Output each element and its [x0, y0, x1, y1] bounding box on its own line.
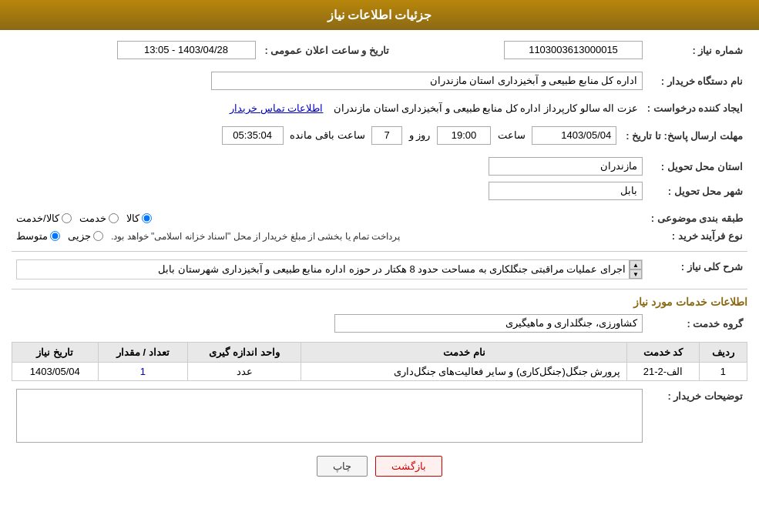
noee-radio-group: متوسط جزیی [16, 230, 103, 242]
mohlat-date-input: 1403/05/04 [532, 126, 616, 145]
daststgah-input: اداره کل منابع طبیعی و آبخیزداری استان م… [211, 72, 643, 90]
mohlat-row: 1403/05/04 ساعت 19:00 روز و 7 ساعت باقی … [12, 123, 621, 148]
sharh-label: شرح کلی نیاز : [647, 256, 747, 283]
tabaqe-radio-group: کالا/خدمت خدمت کالا [16, 212, 642, 224]
radio-jozi-input[interactable] [93, 231, 103, 241]
info-table-gorooh: گروه خدمت : کشاورزی، جنگلداری و ماهیگیری [12, 311, 747, 336]
shomara-label: شماره نیاز : [647, 38, 747, 62]
sharh-value: ▲ ▼ اجرای عملیات مراقبتی جنگلکاری به مسا… [12, 256, 647, 283]
radio-jozi[interactable]: جزیی [68, 230, 103, 242]
radio-motavasset-label: متوسط [16, 230, 48, 242]
sharh-box: ▲ ▼ اجرای عملیات مراقبتی جنگلکاری به مسا… [16, 259, 643, 279]
tarikh-elan-label: تاریخ و ساعت اعلان عمومی : [260, 38, 399, 62]
scroll-buttons: ▲ ▼ [629, 260, 642, 279]
info-table-top: شماره نیاز : 1103003613000015 تاریخ و سا… [12, 38, 747, 62]
sharh-text: اجرای عملیات مراقبتی جنگلکاری به مساحت ح… [17, 260, 629, 278]
table-row: 1 الف-2-21 پرورش جنگل(جنگل‌کاری) و سایر … [12, 363, 747, 381]
info-table-ijad: ایجاد کننده درخواست : عزت اله سالو کارپر… [12, 99, 747, 117]
tousif-value [12, 386, 647, 448]
mohlat-saat-input: 19:00 [437, 126, 491, 145]
page-header: جزئیات اطلاعات نیاز [0, 0, 759, 30]
gorooh-input: کشاورزی، جنگلداری و ماهیگیری [334, 314, 643, 333]
info-table-daststgah: نام دستگاه خریدار : اداره کل منابع طبیعی… [12, 69, 747, 93]
col-radif: ردیف [699, 343, 747, 363]
tabaqe-radios: کالا/خدمت خدمت کالا [12, 209, 646, 227]
cell-tedad: 1 [98, 363, 188, 381]
gorooh-label: گروه خدمت : [647, 311, 747, 336]
tousif-textarea[interactable] [16, 389, 643, 443]
ettelaat-link[interactable]: اطلاعات تماس خریدار [230, 102, 323, 114]
ijad-label: ایجاد کننده درخواست : [643, 99, 747, 117]
col-vahed: واحد اندازه گیری [188, 343, 301, 363]
button-row: بازگشت چاپ [12, 456, 747, 477]
radio-kala-input[interactable] [142, 213, 152, 223]
noee-label: نوع فرآیند خرید : [646, 227, 747, 245]
print-button[interactable]: چاپ [317, 456, 368, 477]
tabaqe-label: طبقه بندی موضوعی : [646, 209, 747, 227]
shomara-value: 1103003613000015 [399, 38, 648, 62]
main-content: شماره نیاز : 1103003613000015 تاریخ و سا… [0, 30, 759, 492]
daststgah-value: اداره کل منابع طبیعی و آبخیزداری استان م… [12, 69, 647, 93]
tarikh-elan-input: 1403/04/28 - 13:05 [117, 41, 256, 59]
radio-kala-khedmat-label: کالا/خدمت [16, 212, 59, 224]
info-table-ostan: استان محل تحویل : مازندران شهر محل تحویل… [12, 154, 747, 203]
ostan-value: مازندران [12, 154, 647, 179]
services-title: اطلاعات خدمات مورد نیاز [12, 296, 747, 308]
scroll-up-icon[interactable]: ▲ [630, 260, 642, 269]
cell-radif: 1 [699, 363, 747, 381]
radio-kala-label: کالا [126, 212, 139, 224]
radio-kala-khedmat-input[interactable] [62, 213, 72, 223]
radio-jozi-label: جزیی [68, 230, 91, 242]
info-table-tabaqe: طبقه بندی موضوعی : کالا/خدمت خدمت [12, 209, 747, 245]
tousif-label: توضیحات خریدار : [647, 386, 747, 448]
radio-motavasset[interactable]: متوسط [16, 230, 60, 242]
shahr-label: شهر محل تحویل : [647, 179, 747, 203]
radio-khedmat[interactable]: خدمت [79, 212, 119, 224]
col-tedad: تعداد / مقدار [98, 343, 188, 363]
shahr-value: بابل [12, 179, 647, 203]
ijad-text: عزت اله سالو کارپرداز اداره کل منابع طبی… [334, 102, 638, 114]
info-table-sharh: شرح کلی نیاز : ▲ ▼ اجرای عملیات مراقبتی … [12, 256, 747, 283]
shahr-input: بابل [489, 182, 643, 200]
scroll-down-icon[interactable]: ▼ [630, 269, 642, 279]
tarikh-elan-value: 1403/04/28 - 13:05 [12, 38, 260, 62]
radio-kala-khedmat[interactable]: کالا/خدمت [16, 212, 72, 224]
divider-1 [12, 251, 747, 252]
mohlat-saat-label: ساعت [498, 129, 526, 141]
page-wrapper: جزئیات اطلاعات نیاز شماره نیاز : 1103003… [0, 0, 759, 532]
col-kod: کد خدمت [627, 343, 699, 363]
mohlat-mande-label: ساعت باقی مانده [290, 129, 364, 141]
cell-vahed: عدد [188, 363, 301, 381]
mohlat-rooz-label: روز و [409, 129, 431, 141]
noee-note: پرداخت تمام یا بخشی از مبلغ خریدار از مح… [111, 231, 400, 242]
daststgah-label: نام دستگاه خریدار : [647, 69, 747, 93]
page-title: جزئیات اطلاعات نیاز [327, 8, 432, 22]
cell-tarikh: 1403/05/04 [12, 363, 99, 381]
mohlat-label: مهلت ارسال پاسخ: تا تاریخ : [621, 123, 747, 148]
radio-khedmat-input[interactable] [109, 213, 119, 223]
ostan-label: استان محل تحویل : [647, 154, 747, 179]
divider-2 [12, 289, 747, 289]
col-name: نام خدمت [301, 343, 627, 363]
back-button[interactable]: بازگشت [375, 456, 442, 477]
shomara-input: 1103003613000015 [504, 41, 643, 59]
mohlat-mande-input: 05:35:04 [222, 126, 284, 145]
ijad-value: عزت اله سالو کارپرداز اداره کل منابع طبی… [12, 99, 643, 117]
mohlat-rooz-input: 7 [371, 126, 402, 145]
radio-kala[interactable]: کالا [126, 212, 152, 224]
gorooh-value: کشاورزی، جنگلداری و ماهیگیری [12, 311, 647, 336]
col-tarikh: تاریخ نیاز [12, 343, 99, 363]
radio-motavasset-input[interactable] [50, 231, 60, 241]
info-table-tousif: توضیحات خریدار : [12, 386, 747, 448]
cell-name: پرورش جنگل(جنگل‌کاری) و سایر فعالیت‌های … [301, 363, 627, 381]
radio-khedmat-label: خدمت [79, 212, 106, 224]
cell-kod: الف-2-21 [627, 363, 699, 381]
ostan-input: مازندران [489, 157, 643, 176]
noee-cell: متوسط جزیی پرداخت تمام یا بخشی از مبلغ خ… [12, 227, 646, 245]
info-table-mohlat: مهلت ارسال پاسخ: تا تاریخ : 1403/05/04 س… [12, 123, 747, 148]
services-table: ردیف کد خدمت نام خدمت واحد اندازه گیری ت… [12, 342, 747, 381]
